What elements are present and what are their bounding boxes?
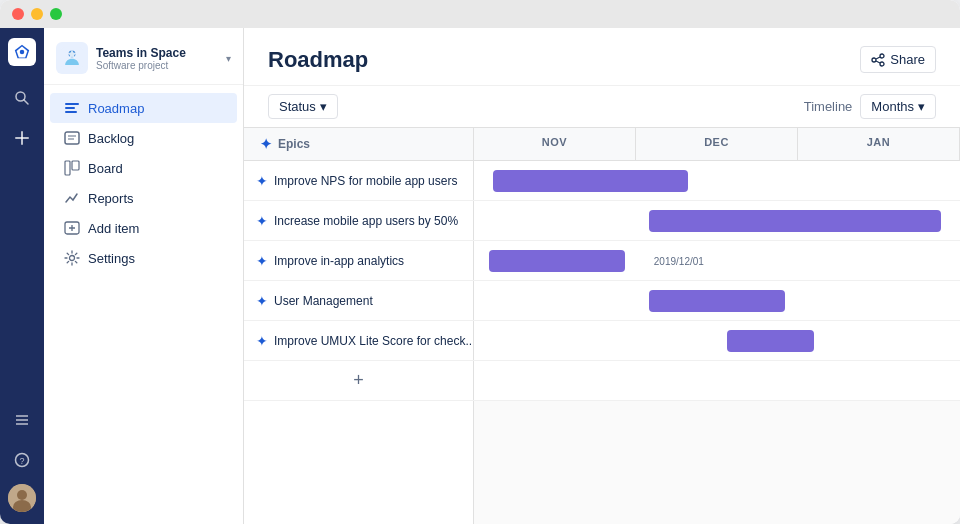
empty-area xyxy=(244,401,960,524)
sidebar-item-label-roadmap: Roadmap xyxy=(88,101,144,116)
gantt-bar-2[interactable] xyxy=(649,210,941,232)
main-content: Roadmap Share Status ▾ xyxy=(244,28,960,524)
add-item-row: + xyxy=(244,361,960,401)
project-info: Teams in Space Software project xyxy=(96,46,218,71)
minimize-button[interactable] xyxy=(31,8,43,20)
reports-icon xyxy=(64,190,80,206)
share-button[interactable]: Share xyxy=(860,46,936,73)
gantt-row-1-title[interactable]: ✦ Improve NPS for mobile app users xyxy=(244,161,474,200)
svg-rect-17 xyxy=(65,103,79,105)
plus-icon[interactable] xyxy=(6,122,38,154)
sidebar-item-board[interactable]: Board xyxy=(50,153,237,183)
gantt-row-4: ✦ User Management xyxy=(244,281,960,321)
status-chevron-icon: ▾ xyxy=(320,99,327,114)
sidebar: Teams in Space Software project ▾ Roadma… xyxy=(44,28,244,524)
gantt-row-5-label: Improve UMUX Lite Score for check... xyxy=(274,334,474,348)
sidebar-item-label-settings: Settings xyxy=(88,251,135,266)
toolbar-right: Timeline Months ▾ xyxy=(804,94,936,119)
gantt-epics-header: ✦ Epics xyxy=(244,128,474,160)
sidebar-item-label-reports: Reports xyxy=(88,191,134,206)
gantt-month-jan: JAN xyxy=(798,128,960,160)
roadmap-icon xyxy=(64,100,80,116)
svg-point-29 xyxy=(880,54,884,58)
gantt-header: ✦ Epics NOV DEC JAN xyxy=(244,128,960,161)
sidebar-item-label-add-item: Add item xyxy=(88,221,139,236)
page-title: Roadmap xyxy=(268,47,368,73)
gantt-row-3: ✦ Improve in-app analytics 2019/12/01 xyxy=(244,241,960,281)
avatar[interactable] xyxy=(8,484,36,512)
timeline-label: Timeline xyxy=(804,99,853,114)
gantt-row-4-title[interactable]: ✦ User Management xyxy=(244,281,474,320)
gantt-bar-5[interactable] xyxy=(727,330,814,352)
gantt-row-5: ✦ Improve UMUX Lite Score for check... xyxy=(244,321,960,361)
sidebar-item-add-item[interactable]: Add item xyxy=(50,213,237,243)
gantt-bar-4[interactable] xyxy=(649,290,785,312)
empty-title-col xyxy=(244,401,474,524)
project-name: Teams in Space xyxy=(96,46,218,60)
settings-icon xyxy=(64,250,80,266)
sidebar-item-settings[interactable]: Settings xyxy=(50,243,237,273)
add-item-icon xyxy=(64,220,80,236)
svg-point-13 xyxy=(17,490,27,500)
epics-icon: ✦ xyxy=(260,136,272,152)
project-chevron-icon[interactable]: ▾ xyxy=(226,53,231,64)
svg-line-33 xyxy=(876,61,880,63)
close-button[interactable] xyxy=(12,8,24,20)
gantt-row-3-label: Improve in-app analytics xyxy=(274,254,404,268)
gantt-date-label-3: 2019/12/01 xyxy=(654,255,704,266)
search-icon[interactable] xyxy=(6,82,38,114)
svg-rect-23 xyxy=(65,161,70,175)
project-type: Software project xyxy=(96,60,218,71)
menu-icon[interactable] xyxy=(6,404,38,436)
gantt-container: ✦ Epics NOV DEC JAN ✦ Improve NPS for mo… xyxy=(244,128,960,524)
svg-point-2 xyxy=(20,50,25,55)
add-icon: + xyxy=(353,370,364,391)
months-label: Months xyxy=(871,99,914,114)
epic-icon-4: ✦ xyxy=(256,293,268,309)
app-logo[interactable] xyxy=(8,38,36,66)
gantt-row-5-title[interactable]: ✦ Improve UMUX Lite Score for check... xyxy=(244,321,474,360)
status-filter-button[interactable]: Status ▾ xyxy=(268,94,338,119)
maximize-button[interactable] xyxy=(50,8,62,20)
main-header: Roadmap Share xyxy=(244,28,960,86)
svg-line-4 xyxy=(24,100,28,104)
svg-line-32 xyxy=(876,57,880,59)
months-button[interactable]: Months ▾ xyxy=(860,94,936,119)
svg-text:?: ? xyxy=(19,456,24,466)
gantt-bar-1[interactable] xyxy=(493,170,687,192)
help-icon[interactable]: ? xyxy=(6,444,38,476)
svg-rect-19 xyxy=(65,111,77,113)
svg-point-28 xyxy=(70,256,75,261)
titlebar xyxy=(0,0,960,28)
gantt-month-dec: DEC xyxy=(636,128,798,160)
epic-icon-2: ✦ xyxy=(256,213,268,229)
epics-header-label: Epics xyxy=(278,137,310,151)
gantt-bar-3[interactable] xyxy=(489,250,625,272)
icon-bar: ? xyxy=(0,28,44,524)
sidebar-item-roadmap[interactable]: Roadmap xyxy=(50,93,237,123)
svg-rect-20 xyxy=(65,132,79,144)
gantt-row-1-label: Improve NPS for mobile app users xyxy=(274,174,457,188)
share-icon xyxy=(871,53,885,67)
gantt-row-2: ✦ Increase mobile app users by 50% xyxy=(244,201,960,241)
svg-rect-18 xyxy=(65,107,75,109)
svg-rect-24 xyxy=(72,161,79,170)
gantt-row-2-title[interactable]: ✦ Increase mobile app users by 50% xyxy=(244,201,474,240)
sidebar-header[interactable]: Teams in Space Software project ▾ xyxy=(44,28,243,85)
sidebar-item-backlog[interactable]: Backlog xyxy=(50,123,237,153)
sidebar-item-label-backlog: Backlog xyxy=(88,131,134,146)
svg-point-30 xyxy=(872,58,876,62)
sidebar-item-label-board: Board xyxy=(88,161,123,176)
gantt-row-4-label: User Management xyxy=(274,294,373,308)
svg-point-31 xyxy=(880,62,884,66)
gantt-row-2-label: Increase mobile app users by 50% xyxy=(274,214,458,228)
gantt-month-nov: NOV xyxy=(474,128,636,160)
empty-chart-col xyxy=(474,401,960,524)
epic-icon-3: ✦ xyxy=(256,253,268,269)
project-icon xyxy=(56,42,88,74)
add-item-button[interactable]: + xyxy=(244,361,474,400)
gantt-row-3-title[interactable]: ✦ Improve in-app analytics xyxy=(244,241,474,280)
board-icon xyxy=(64,160,80,176)
backlog-icon xyxy=(64,130,80,146)
sidebar-item-reports[interactable]: Reports xyxy=(50,183,237,213)
